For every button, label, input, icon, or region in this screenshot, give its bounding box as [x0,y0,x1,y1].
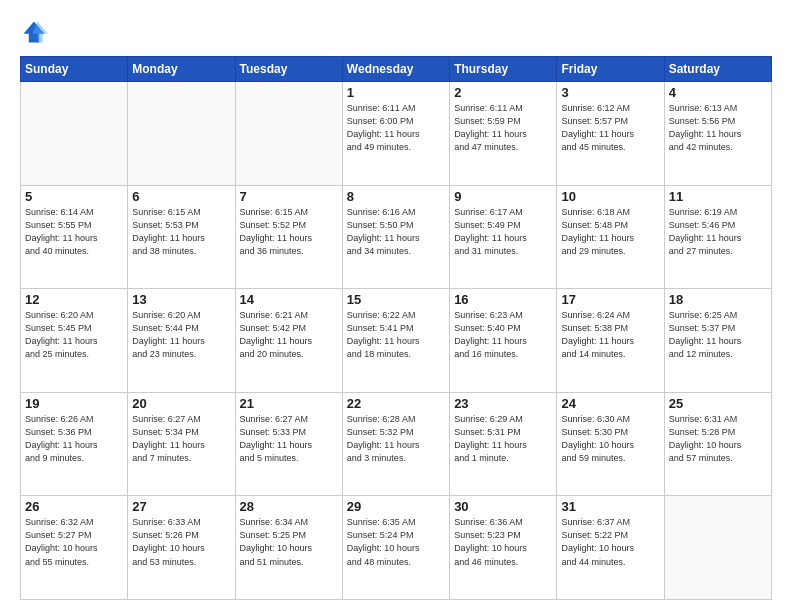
day-info: Sunrise: 6:15 AM Sunset: 5:52 PM Dayligh… [240,206,338,258]
calendar-week-2: 5Sunrise: 6:14 AM Sunset: 5:55 PM Daylig… [21,185,772,289]
calendar-cell: 28Sunrise: 6:34 AM Sunset: 5:25 PM Dayli… [235,496,342,600]
calendar-cell: 4Sunrise: 6:13 AM Sunset: 5:56 PM Daylig… [664,82,771,186]
day-number: 4 [669,85,767,100]
page: SundayMondayTuesdayWednesdayThursdayFrid… [0,0,792,612]
calendar-cell [128,82,235,186]
calendar-week-4: 19Sunrise: 6:26 AM Sunset: 5:36 PM Dayli… [21,392,772,496]
calendar-cell: 8Sunrise: 6:16 AM Sunset: 5:50 PM Daylig… [342,185,449,289]
day-number: 30 [454,499,552,514]
weekday-header-thursday: Thursday [450,57,557,82]
day-info: Sunrise: 6:27 AM Sunset: 5:33 PM Dayligh… [240,413,338,465]
calendar-cell: 18Sunrise: 6:25 AM Sunset: 5:37 PM Dayli… [664,289,771,393]
day-number: 1 [347,85,445,100]
day-number: 11 [669,189,767,204]
day-number: 19 [25,396,123,411]
weekday-header-tuesday: Tuesday [235,57,342,82]
day-number: 25 [669,396,767,411]
day-number: 10 [561,189,659,204]
day-number: 8 [347,189,445,204]
day-number: 18 [669,292,767,307]
day-info: Sunrise: 6:19 AM Sunset: 5:46 PM Dayligh… [669,206,767,258]
calendar-cell: 17Sunrise: 6:24 AM Sunset: 5:38 PM Dayli… [557,289,664,393]
day-info: Sunrise: 6:15 AM Sunset: 5:53 PM Dayligh… [132,206,230,258]
day-info: Sunrise: 6:13 AM Sunset: 5:56 PM Dayligh… [669,102,767,154]
day-number: 28 [240,499,338,514]
day-info: Sunrise: 6:30 AM Sunset: 5:30 PM Dayligh… [561,413,659,465]
calendar-cell: 1Sunrise: 6:11 AM Sunset: 6:00 PM Daylig… [342,82,449,186]
day-number: 13 [132,292,230,307]
day-number: 15 [347,292,445,307]
day-number: 9 [454,189,552,204]
day-number: 5 [25,189,123,204]
day-number: 24 [561,396,659,411]
day-info: Sunrise: 6:14 AM Sunset: 5:55 PM Dayligh… [25,206,123,258]
calendar-table: SundayMondayTuesdayWednesdayThursdayFrid… [20,56,772,600]
calendar-cell: 6Sunrise: 6:15 AM Sunset: 5:53 PM Daylig… [128,185,235,289]
calendar-cell: 3Sunrise: 6:12 AM Sunset: 5:57 PM Daylig… [557,82,664,186]
calendar-cell: 22Sunrise: 6:28 AM Sunset: 5:32 PM Dayli… [342,392,449,496]
day-number: 16 [454,292,552,307]
calendar-cell: 9Sunrise: 6:17 AM Sunset: 5:49 PM Daylig… [450,185,557,289]
calendar-cell: 29Sunrise: 6:35 AM Sunset: 5:24 PM Dayli… [342,496,449,600]
day-info: Sunrise: 6:12 AM Sunset: 5:57 PM Dayligh… [561,102,659,154]
day-info: Sunrise: 6:37 AM Sunset: 5:22 PM Dayligh… [561,516,659,568]
day-number: 2 [454,85,552,100]
weekday-header-friday: Friday [557,57,664,82]
calendar-week-1: 1Sunrise: 6:11 AM Sunset: 6:00 PM Daylig… [21,82,772,186]
calendar-cell: 27Sunrise: 6:33 AM Sunset: 5:26 PM Dayli… [128,496,235,600]
header [20,18,772,46]
weekday-header-row: SundayMondayTuesdayWednesdayThursdayFrid… [21,57,772,82]
logo [20,18,52,46]
day-number: 6 [132,189,230,204]
day-number: 14 [240,292,338,307]
day-info: Sunrise: 6:28 AM Sunset: 5:32 PM Dayligh… [347,413,445,465]
calendar-cell: 14Sunrise: 6:21 AM Sunset: 5:42 PM Dayli… [235,289,342,393]
day-number: 20 [132,396,230,411]
calendar-week-3: 12Sunrise: 6:20 AM Sunset: 5:45 PM Dayli… [21,289,772,393]
day-info: Sunrise: 6:20 AM Sunset: 5:44 PM Dayligh… [132,309,230,361]
day-number: 7 [240,189,338,204]
day-info: Sunrise: 6:16 AM Sunset: 5:50 PM Dayligh… [347,206,445,258]
day-info: Sunrise: 6:27 AM Sunset: 5:34 PM Dayligh… [132,413,230,465]
day-info: Sunrise: 6:23 AM Sunset: 5:40 PM Dayligh… [454,309,552,361]
calendar-cell: 12Sunrise: 6:20 AM Sunset: 5:45 PM Dayli… [21,289,128,393]
calendar-cell [664,496,771,600]
calendar-cell: 5Sunrise: 6:14 AM Sunset: 5:55 PM Daylig… [21,185,128,289]
calendar-cell: 23Sunrise: 6:29 AM Sunset: 5:31 PM Dayli… [450,392,557,496]
day-info: Sunrise: 6:36 AM Sunset: 5:23 PM Dayligh… [454,516,552,568]
day-info: Sunrise: 6:20 AM Sunset: 5:45 PM Dayligh… [25,309,123,361]
calendar-cell: 21Sunrise: 6:27 AM Sunset: 5:33 PM Dayli… [235,392,342,496]
day-number: 21 [240,396,338,411]
calendar-cell: 16Sunrise: 6:23 AM Sunset: 5:40 PM Dayli… [450,289,557,393]
calendar-cell: 25Sunrise: 6:31 AM Sunset: 5:28 PM Dayli… [664,392,771,496]
day-info: Sunrise: 6:31 AM Sunset: 5:28 PM Dayligh… [669,413,767,465]
calendar-cell: 7Sunrise: 6:15 AM Sunset: 5:52 PM Daylig… [235,185,342,289]
calendar-week-5: 26Sunrise: 6:32 AM Sunset: 5:27 PM Dayli… [21,496,772,600]
day-info: Sunrise: 6:21 AM Sunset: 5:42 PM Dayligh… [240,309,338,361]
day-number: 31 [561,499,659,514]
weekday-header-sunday: Sunday [21,57,128,82]
day-info: Sunrise: 6:29 AM Sunset: 5:31 PM Dayligh… [454,413,552,465]
day-info: Sunrise: 6:34 AM Sunset: 5:25 PM Dayligh… [240,516,338,568]
day-info: Sunrise: 6:35 AM Sunset: 5:24 PM Dayligh… [347,516,445,568]
day-info: Sunrise: 6:22 AM Sunset: 5:41 PM Dayligh… [347,309,445,361]
calendar-cell: 13Sunrise: 6:20 AM Sunset: 5:44 PM Dayli… [128,289,235,393]
weekday-header-wednesday: Wednesday [342,57,449,82]
calendar-cell: 2Sunrise: 6:11 AM Sunset: 5:59 PM Daylig… [450,82,557,186]
day-info: Sunrise: 6:24 AM Sunset: 5:38 PM Dayligh… [561,309,659,361]
day-info: Sunrise: 6:11 AM Sunset: 5:59 PM Dayligh… [454,102,552,154]
day-info: Sunrise: 6:17 AM Sunset: 5:49 PM Dayligh… [454,206,552,258]
calendar-cell: 31Sunrise: 6:37 AM Sunset: 5:22 PM Dayli… [557,496,664,600]
calendar-cell [235,82,342,186]
day-number: 22 [347,396,445,411]
calendar-cell: 19Sunrise: 6:26 AM Sunset: 5:36 PM Dayli… [21,392,128,496]
day-number: 27 [132,499,230,514]
day-info: Sunrise: 6:25 AM Sunset: 5:37 PM Dayligh… [669,309,767,361]
day-number: 29 [347,499,445,514]
calendar-cell: 24Sunrise: 6:30 AM Sunset: 5:30 PM Dayli… [557,392,664,496]
day-info: Sunrise: 6:18 AM Sunset: 5:48 PM Dayligh… [561,206,659,258]
logo-icon [20,18,48,46]
day-number: 3 [561,85,659,100]
weekday-header-saturday: Saturday [664,57,771,82]
calendar-cell: 26Sunrise: 6:32 AM Sunset: 5:27 PM Dayli… [21,496,128,600]
